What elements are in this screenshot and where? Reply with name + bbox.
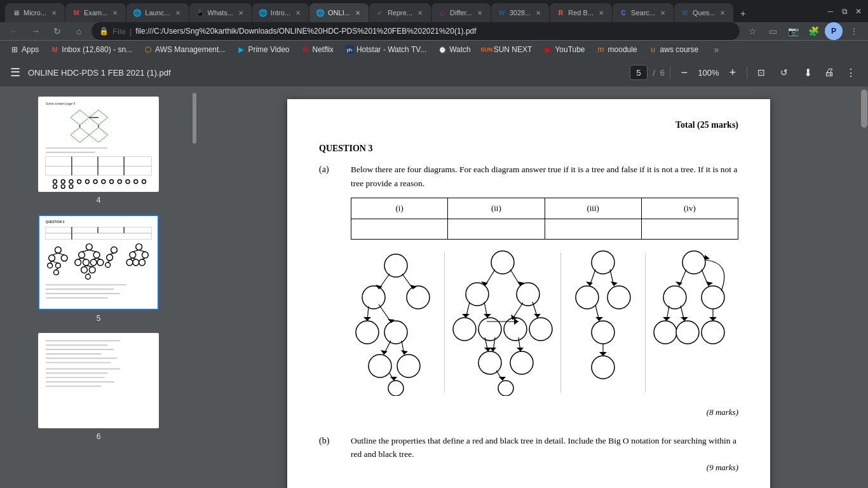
pdf-right-controls: ⬇ 🖨 ⋮ [798,63,860,82]
svg-rect-97 [46,358,118,359]
svg-point-160 [607,286,630,309]
tab-close-2[interactable]: ✕ [111,8,119,17]
pdf-menu-button[interactable]: ☰ [8,63,23,82]
pdf-fit-button[interactable]: ⊡ [752,64,770,81]
address-bar[interactable]: 🔒 File | file:///C:/Users/Sng%20karthik/… [92,22,740,40]
menu-button[interactable]: ⋮ [845,22,863,40]
tab-5[interactable]: 🌐 Intro... ✕ [252,3,309,22]
tab-3[interactable]: 🌐 Launc... ✕ [126,3,188,22]
tab-6-active[interactable]: 🌐 ONLI... ✕ [309,3,369,22]
forward-button[interactable]: → [27,22,44,40]
table-cell-iv-1 [641,219,738,240]
bookmark-apps[interactable]: ⊞ Apps [5,43,44,57]
reload-button[interactable]: ↻ [48,22,66,40]
svg-point-75 [105,262,111,268]
svg-point-53 [86,244,92,250]
pdf-rotate-button[interactable]: ↺ [775,64,793,81]
scrollbar-thumb[interactable] [861,90,867,128]
pdf-page-controls: / 6 [630,65,665,80]
svg-marker-120 [381,350,388,355]
bookmark-youtube-label: YouTube [555,45,585,54]
tab-4[interactable]: 📱 Whats... ✕ [189,3,252,22]
bookmark-moodle[interactable]: m moodule [592,43,642,57]
part-b-marks: (9 marks) [351,461,738,474]
tab-2[interactable]: M Exam... ✕ [65,3,126,22]
tab-10[interactable]: R Red B... ✕ [550,3,612,22]
bookmarks-bar: ⊞ Apps M Inbox (12,680) - sn... ⬡ AWS Ma… [0,40,868,58]
svg-text:Some content page 4: Some content page 4 [46,102,76,105]
prime-icon: ▶ [236,45,245,54]
tab-close-5[interactable]: ✕ [294,8,302,17]
new-tab-button[interactable]: + [734,4,752,22]
bookmark-star-button[interactable]: ☆ [743,22,761,40]
pdf-zoom-out-button[interactable]: − [675,64,693,81]
close-button[interactable]: ✕ [854,7,863,16]
tab-1[interactable]: 🖥 Micro... ✕ [5,3,65,22]
tab-11[interactable]: C Searc... ✕ [613,3,674,22]
svg-point-168 [592,356,614,379]
pdf-more-button[interactable]: ⋮ [841,63,860,82]
diagram-divider-1 [444,253,445,393]
profile-button[interactable]: P [825,22,843,40]
netflix-icon: N [301,45,310,54]
table-cell-iii-1 [545,219,641,240]
table-header-ii: (ii) [448,198,545,219]
bookmark-netflix[interactable]: N Netflix [296,43,339,57]
screenshot-button[interactable]: 📷 [784,22,802,40]
tab-close-12[interactable]: ✕ [718,8,727,17]
bookmark-watch[interactable]: ⌚ Watch [433,43,476,57]
thumbnail-page-4[interactable]: Some content page 4 [38,97,159,205]
tab-close-8[interactable]: ✕ [475,8,484,17]
bookmark-sunnext[interactable]: SUN SUN NEXT [477,43,538,57]
home-button[interactable]: ⌂ [70,22,88,40]
right-scrollbar[interactable] [860,86,868,488]
bookmark-hotstar[interactable]: ph Hotstar - Watch TV... [340,43,431,57]
tab-close-1[interactable]: ✕ [50,8,58,17]
svg-point-117 [369,355,391,377]
maximize-button[interactable]: ⧉ [840,7,849,16]
thumbnail-page-5[interactable]: QUESTION 3 [38,215,159,323]
tab-close-7[interactable]: ✕ [416,8,424,17]
tab-title-10: Red B... [568,9,593,17]
tab-close-11[interactable]: ✕ [658,8,667,17]
tab-favicon-9: W [498,8,506,17]
extensions-button[interactable]: 🧩 [804,22,822,40]
more-bookmarks-button[interactable]: » [707,41,725,58]
pdf-page-input[interactable] [630,65,648,80]
svg-rect-103 [46,386,102,387]
bookmark-aws[interactable]: ⬡ AWS Management... [139,43,230,57]
bookmark-youtube[interactable]: ▶ YouTube [538,43,590,57]
tab-8[interactable]: ◇ Differ... ✕ [431,3,491,22]
bookmark-inbox[interactable]: M Inbox (12,680) - sn... [45,43,137,57]
bookmark-prime-label: Prime Video [248,45,289,54]
thumbnail-page-6[interactable]: 6 [38,333,159,441]
tab-close-10[interactable]: ✕ [597,8,606,17]
tab-9[interactable]: W 3028... ✕ [491,3,550,22]
pdf-print-button[interactable]: 🖨 [820,63,839,82]
tab-close-9[interactable]: ✕ [534,8,543,17]
tab-12[interactable]: W Ques... ✕ [674,3,733,22]
tab-close-4[interactable]: ✕ [236,8,245,17]
svg-point-30 [142,180,146,184]
tab-close-3[interactable]: ✕ [173,8,182,17]
tab-title-7: Repre... [388,9,412,17]
svg-marker-125 [390,377,397,381]
minimize-button[interactable]: ─ [826,7,835,16]
tab-title-9: 3028... [510,9,531,17]
bookmark-prime[interactable]: ▶ Prime Video [231,43,294,57]
bookmark-awscourse[interactable]: u aws course [644,43,704,57]
svg-point-123 [388,381,403,396]
svg-rect-88 [46,284,126,285]
tab-7[interactable]: ✓ Repre... ✕ [369,3,431,22]
tab-close-6[interactable]: ✕ [353,8,362,17]
svg-point-67 [89,267,95,273]
svg-marker-167 [595,317,603,321]
svg-marker-157 [499,377,506,381]
svg-point-181 [702,321,724,344]
pdf-zoom-in-button[interactable]: + [724,64,742,81]
back-button[interactable]: ← [5,22,23,40]
cast-button[interactable]: ▭ [764,22,782,40]
svg-marker-154 [517,348,524,351]
pdf-content-wrapper: Some content page 4 [0,86,868,488]
pdf-download-button[interactable]: ⬇ [798,63,817,82]
